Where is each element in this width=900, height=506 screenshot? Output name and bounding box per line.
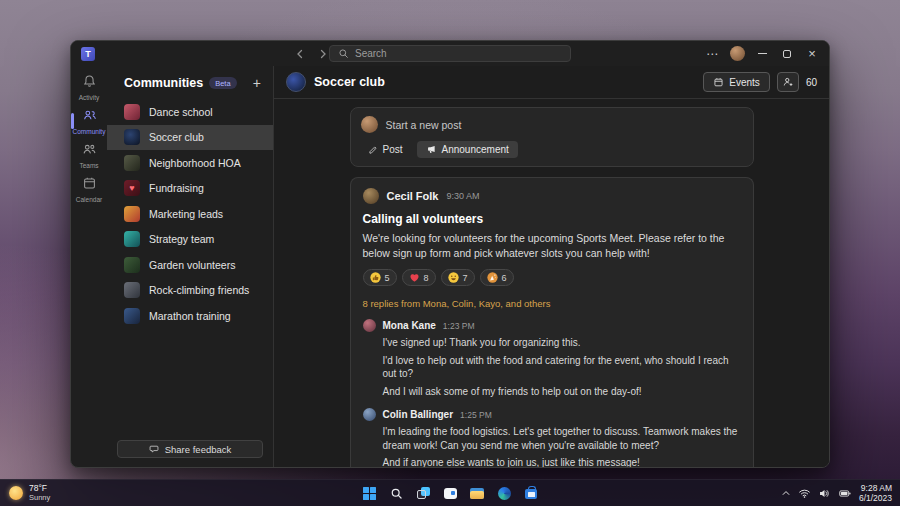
- store-button[interactable]: [522, 484, 540, 502]
- sidebar-item-soccer-club[interactable]: Soccer club: [107, 125, 273, 151]
- feed-scroll-area[interactable]: Start a new post Post: [274, 99, 829, 468]
- post-type-button[interactable]: Post: [361, 141, 410, 158]
- community-name: Marketing leads: [149, 208, 223, 220]
- wifi-icon[interactable]: [798, 487, 811, 500]
- chat-button[interactable]: [441, 484, 459, 502]
- feedback-chat-icon: [149, 444, 159, 454]
- events-calendar-icon: [713, 77, 724, 88]
- fundraising-icon: ♥: [124, 180, 140, 196]
- share-feedback-label: Share feedback: [165, 444, 232, 455]
- reply-mona: Mona Kane 1:23 PM I've signed up! Thank …: [363, 319, 741, 398]
- events-button[interactable]: Events: [703, 72, 770, 92]
- member-count: 60: [806, 77, 817, 88]
- sidebar-item-dance-school[interactable]: Dance school: [107, 99, 273, 125]
- minimize-button[interactable]: [751, 44, 773, 64]
- add-members-button[interactable]: [777, 72, 799, 92]
- teams-window: T Search ⋯ ×: [70, 40, 830, 468]
- app-rail: Activity Community Teams Calendar: [71, 66, 107, 468]
- reply-author: Mona Kane: [383, 320, 436, 331]
- start-button[interactable]: [360, 484, 378, 502]
- community-title: Soccer club: [314, 75, 385, 89]
- sidebar-item-strategy-team[interactable]: Strategy team: [107, 227, 273, 253]
- post-title: Calling all volunteers: [363, 212, 741, 226]
- reply-author-avatar: [363, 319, 376, 332]
- community-name: Fundraising: [149, 182, 204, 194]
- community-name: Dance school: [149, 106, 213, 118]
- clock-widget[interactable]: 9:28 AM 6/1/2023: [859, 483, 892, 503]
- back-button[interactable]: [293, 47, 307, 61]
- taskbar: 78°F Sunny: [0, 479, 900, 506]
- events-label: Events: [729, 77, 760, 88]
- share-feedback-button[interactable]: Share feedback: [117, 440, 263, 458]
- post-author-avatar: [363, 188, 379, 204]
- forward-button[interactable]: [316, 47, 330, 61]
- search-bar[interactable]: Search: [329, 45, 571, 62]
- history-nav: [293, 47, 330, 61]
- titlebar: T Search ⋯ ×: [71, 41, 829, 66]
- sidebar-title: Communities: [124, 76, 203, 90]
- reaction-like[interactable]: 5: [363, 269, 397, 286]
- battery-icon[interactable]: [838, 487, 852, 500]
- weather-widget[interactable]: 78°F Sunny: [9, 484, 50, 502]
- reply-text: And if anyone else wants to join us, jus…: [383, 456, 741, 468]
- heart-emoji-icon: [409, 272, 420, 283]
- community-name: Soccer club: [149, 131, 204, 143]
- rail-item-community[interactable]: Community: [71, 105, 107, 138]
- sidebar-item-garden-volunteers[interactable]: Garden volunteers: [107, 252, 273, 278]
- rock-climbing-icon: [124, 282, 140, 298]
- composer-card: Start a new post Post: [350, 107, 754, 167]
- post-body: We're looking for volunteers for the upc…: [363, 231, 741, 260]
- reaction-count: 7: [463, 273, 468, 283]
- reaction-count: 6: [502, 273, 507, 283]
- reaction-heart[interactable]: 8: [402, 269, 436, 286]
- file-explorer-button[interactable]: [468, 484, 486, 502]
- taskbar-search-button[interactable]: [387, 484, 405, 502]
- maximize-button[interactable]: [776, 44, 798, 64]
- sidebar-item-marathon-training[interactable]: Marathon training: [107, 303, 273, 329]
- add-community-button[interactable]: +: [253, 76, 261, 90]
- volume-icon[interactable]: [818, 487, 831, 500]
- clock-time: 9:28 AM: [861, 483, 892, 493]
- rail-item-teams[interactable]: Teams: [71, 139, 107, 172]
- edge-button[interactable]: [495, 484, 513, 502]
- reply-text: I'd love to help out with the food and c…: [383, 354, 741, 381]
- new-post-input[interactable]: Start a new post: [361, 116, 743, 133]
- strategy-team-icon: [124, 231, 140, 247]
- sidebar-item-neighborhood-hoa[interactable]: Neighborhood HOA: [107, 150, 273, 176]
- reply-author-avatar: [363, 408, 376, 421]
- soccer-club-icon: [124, 129, 140, 145]
- reply-colin: Colin Ballinger 1:25 PM I'm leading the …: [363, 408, 741, 468]
- account-avatar[interactable]: [726, 44, 748, 64]
- reply-text: I've signed up! Thank you for organizing…: [383, 336, 741, 350]
- reaction-laugh[interactable]: 7: [441, 269, 475, 286]
- garden-volunteers-icon: [124, 257, 140, 273]
- rail-label: Calendar: [76, 196, 102, 203]
- announcement-type-button[interactable]: Announcement: [417, 141, 518, 158]
- sidebar-item-fundraising[interactable]: ♥ Fundraising: [107, 176, 273, 202]
- like-emoji-icon: [370, 272, 381, 283]
- replies-summary-link[interactable]: 8 replies from Mona, Colin, Kayo, and ot…: [363, 298, 741, 309]
- reply-text: And I will ask some of my friends to hel…: [383, 385, 741, 399]
- store-icon: [525, 489, 537, 499]
- more-options-icon[interactable]: ⋯: [701, 44, 723, 64]
- close-button[interactable]: ×: [801, 44, 823, 64]
- search-icon: [338, 48, 349, 59]
- task-view-button[interactable]: [414, 484, 432, 502]
- people-icon: [82, 142, 97, 161]
- reaction-celebrate[interactable]: 6: [480, 269, 514, 286]
- task-view-icon: [417, 487, 430, 500]
- sun-icon: [9, 486, 23, 500]
- megaphone-icon: [426, 144, 437, 155]
- dance-school-icon: [124, 104, 140, 120]
- chat-icon: [444, 488, 457, 499]
- teams-logo-icon: T: [81, 47, 95, 61]
- tray-chevron-up-icon[interactable]: [781, 488, 791, 498]
- reaction-count: 5: [385, 273, 390, 283]
- system-tray: 9:28 AM 6/1/2023: [781, 483, 892, 503]
- sidebar-item-marketing-leads[interactable]: Marketing leads: [107, 201, 273, 227]
- rail-item-activity[interactable]: Activity: [71, 71, 107, 104]
- rail-label: Community: [73, 128, 106, 135]
- rail-item-calendar[interactable]: Calendar: [71, 173, 107, 206]
- sidebar-item-rock-climbing-friends[interactable]: Rock-climbing friends: [107, 278, 273, 304]
- folder-icon: [470, 488, 484, 499]
